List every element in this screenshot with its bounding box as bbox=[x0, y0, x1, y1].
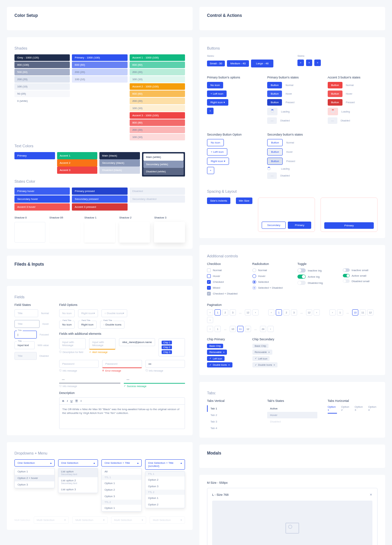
phone-btn-primary[interactable]: Primary bbox=[288, 222, 311, 229]
dd-item-sub[interactable]: List optionSecondary text bbox=[58, 468, 98, 477]
cb-checked[interactable]: ✓Checked bbox=[207, 280, 242, 284]
cb-mixed[interactable]: −Mixed bbox=[207, 286, 242, 290]
phone-btn-primary-full[interactable]: Primary bbox=[324, 222, 374, 229]
tab-h-3[interactable]: Option 3 bbox=[355, 405, 364, 414]
field-hover[interactable]: Title bbox=[14, 320, 40, 328]
field-alert[interactable]: Input with Message bbox=[89, 338, 116, 350]
tab-state-hover[interactable]: Hover bbox=[267, 412, 317, 418]
close-icon[interactable]: ✕ bbox=[370, 493, 372, 496]
field-noicon-filled[interactable]: Field TitleNo icon bbox=[59, 321, 75, 329]
pag-next[interactable]: › bbox=[314, 309, 320, 316]
dd-trigger-2[interactable]: One Selection▴ bbox=[58, 459, 98, 467]
field-noicon[interactable]: No icon bbox=[59, 309, 75, 317]
dd-item[interactable]: Option 3 bbox=[15, 481, 54, 488]
pag-page[interactable]: 12 bbox=[367, 309, 373, 316]
field-normal[interactable]: Title bbox=[14, 309, 38, 317]
dd-item[interactable]: Option 1 bbox=[102, 505, 141, 511]
field-value[interactable]: TitleInput text bbox=[14, 341, 35, 349]
dd-item-all[interactable]: All bbox=[102, 468, 141, 475]
field-righticon[interactable]: Right icon ▾ bbox=[78, 309, 98, 317]
field-doubleicons[interactable]: ○ Double icons ▾ bbox=[101, 309, 127, 317]
dd-trigger-4[interactable]: One Selection + Title (scrolled)▴ bbox=[145, 459, 185, 470]
tab-h-1[interactable]: Option 1 bbox=[328, 405, 337, 414]
pag-next[interactable]: › bbox=[268, 326, 274, 332]
chip[interactable]: ✓Double Icons× bbox=[207, 362, 232, 367]
dd-item[interactable]: Option 1 bbox=[145, 495, 185, 501]
btn-noicon[interactable]: No icon bbox=[207, 82, 223, 88]
dd-multi-3[interactable]: Multi Selection▾ bbox=[111, 516, 146, 524]
pag-page[interactable]: 10 bbox=[230, 326, 236, 332]
pag-page[interactable]: 11 bbox=[360, 309, 366, 316]
pag-next[interactable]: › bbox=[252, 309, 259, 316]
btn-righticon[interactable]: Right icon ▾ bbox=[207, 99, 228, 106]
btn-large[interactable]: Large - 48 bbox=[251, 60, 273, 67]
dd-item[interactable]: Option 2 bbox=[145, 477, 185, 483]
pag-prev[interactable]: ‹ bbox=[329, 309, 336, 316]
dd-item-hover[interactable]: Option 2 + hover bbox=[15, 475, 54, 481]
field-chip[interactable]: Chip 2 bbox=[162, 345, 172, 349]
dd-trigger-1[interactable]: One Selection▴ bbox=[14, 459, 55, 467]
btn-sec-hover[interactable]: Button bbox=[267, 148, 283, 156]
pag-page[interactable]: 2 bbox=[283, 309, 290, 316]
tab-h-4[interactable]: Option 4 bbox=[368, 405, 378, 414]
btn-a3-pressed[interactable]: Button bbox=[328, 99, 342, 106]
btn-lefticon[interactable]: + Left icon bbox=[207, 90, 227, 97]
pag-prev[interactable]: ‹ bbox=[207, 309, 213, 316]
dd-item[interactable]: List option 3 bbox=[58, 486, 98, 493]
rich-text-editor[interactable]: B I U ☰ ≡ The Off-White x Nike Air Max 9… bbox=[59, 397, 185, 429]
radio-selected[interactable]: Selected bbox=[252, 280, 287, 284]
pag-page[interactable]: 11 bbox=[237, 326, 243, 332]
field-password-1[interactable]: Password bbox=[59, 360, 99, 368]
dd-item[interactable]: Option 3 bbox=[145, 483, 185, 490]
field-with-msg[interactable]: Input with Message bbox=[59, 338, 86, 349]
btn-state-pressed[interactable]: Button bbox=[267, 99, 282, 106]
btn-sec-icon-only[interactable]: + bbox=[207, 167, 214, 174]
pag-page[interactable]: 1 bbox=[215, 326, 221, 332]
toggle-inactive-small[interactable]: Inactive small bbox=[343, 268, 378, 272]
field-doubleicons-filled[interactable]: Field Title○ Double icons bbox=[100, 321, 124, 329]
pag-prev[interactable]: ‹ bbox=[207, 326, 213, 332]
pag-page[interactable]: 12 bbox=[245, 309, 251, 316]
btn-a3-normal[interactable]: Button bbox=[328, 82, 342, 88]
close-icon[interactable]: × bbox=[228, 363, 230, 366]
dd-item[interactable]: Option 1 bbox=[102, 480, 141, 487]
rte-italic[interactable]: I bbox=[67, 399, 68, 403]
pag-page[interactable]: 12 bbox=[245, 326, 251, 332]
field-password-dots[interactable]: ••• bbox=[145, 360, 185, 368]
pag-page[interactable]: 1 bbox=[276, 309, 282, 316]
pag-page[interactable]: 1 bbox=[337, 309, 343, 316]
field-chip[interactable]: Chip 3 bbox=[162, 350, 172, 354]
chip[interactable]: Basic Chip bbox=[252, 344, 269, 348]
btn-state-hover[interactable]: Button bbox=[267, 90, 282, 97]
dd-item[interactable]: Option 2 bbox=[102, 487, 141, 493]
btn-medium[interactable]: Medium - 40 bbox=[227, 60, 249, 67]
chip[interactable]: ✓Left Icon bbox=[207, 356, 225, 361]
btn-state-normal[interactable]: Button bbox=[267, 82, 282, 88]
btn-icon-lg[interactable]: + bbox=[314, 60, 321, 66]
chip[interactable]: ✓Left Icon bbox=[252, 356, 270, 361]
phone-btn-secondary[interactable]: Secondary bbox=[262, 222, 286, 229]
pag-page[interactable]: 10 bbox=[352, 309, 358, 316]
field-chip[interactable]: Chip 1 bbox=[162, 341, 172, 344]
close-icon[interactable]: × bbox=[268, 351, 270, 354]
tab-state-active[interactable]: Active bbox=[267, 405, 317, 412]
btn-icon-sm[interactable]: + bbox=[297, 60, 304, 66]
dd-multi-4[interactable]: Multi Selection▾ bbox=[150, 516, 185, 524]
rte-underline[interactable]: U bbox=[70, 399, 73, 403]
pag-page[interactable]: 1 bbox=[215, 309, 221, 316]
tab-v-1[interactable]: Tab 1 bbox=[207, 405, 257, 412]
btn-sec-noicon[interactable]: No icon bbox=[207, 139, 224, 146]
pag-prev[interactable]: ‹ bbox=[268, 309, 274, 316]
btn-sec-normal[interactable]: Button bbox=[267, 139, 283, 146]
btn-icon-md[interactable]: + bbox=[306, 60, 313, 66]
pag-next[interactable]: › bbox=[207, 317, 213, 323]
field-chips[interactable]: Chip 1Chip 2Chip 3 bbox=[159, 338, 185, 356]
cb-normal[interactable]: Normal bbox=[207, 268, 242, 272]
btn-icon-only[interactable]: + bbox=[207, 108, 214, 114]
pag-page[interactable]: 2 bbox=[222, 309, 228, 316]
dd-item[interactable]: List option 2Secondary text bbox=[58, 477, 98, 486]
btn-small[interactable]: Small - 30 bbox=[207, 61, 225, 66]
rte-bold[interactable]: B bbox=[62, 399, 64, 403]
btn-a3-hover[interactable]: Button bbox=[328, 90, 342, 97]
pag-page[interactable]: 3 bbox=[291, 309, 297, 316]
